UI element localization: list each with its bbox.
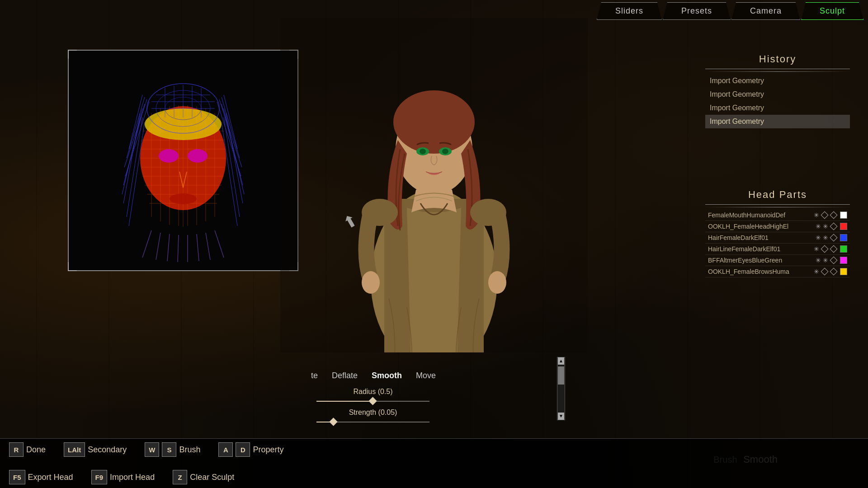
snowflake-icon-2a: ✳ xyxy=(816,234,821,241)
diamond-icon-1 xyxy=(830,223,838,230)
part-icons-0: ✳ xyxy=(814,211,847,219)
history-item-3[interactable]: Import Geometry xyxy=(705,115,850,128)
radius-slider-row: Radius (0.5) xyxy=(316,388,429,405)
color-swatch-1 xyxy=(840,223,847,230)
radius-track-container xyxy=(316,398,429,405)
svg-point-71 xyxy=(362,271,380,294)
right-scrollbar[interactable]: ▲ ▼ xyxy=(557,357,565,420)
head-mesh-svg xyxy=(106,59,260,262)
key-w: W xyxy=(145,442,159,457)
brush-deflate-label: Deflate xyxy=(332,371,358,380)
color-swatch-2 xyxy=(840,234,847,241)
head-part-name-5: OOKLH_FemaleBrowsHuma xyxy=(708,268,814,275)
color-swatch-5 xyxy=(840,268,847,275)
svg-point-67 xyxy=(420,149,426,154)
label-done: Done xyxy=(26,445,46,455)
head-parts-panel: Head Parts FemaleMouthHumanoidDef ✳ OOKL… xyxy=(705,185,850,277)
key-r: R xyxy=(9,442,24,457)
history-list: Import Geometry Import Geometry Import G… xyxy=(705,74,850,128)
snowflake-icon-1b: ✳ xyxy=(823,223,828,230)
key-s: S xyxy=(162,442,176,457)
snowflake-icon-4b: ✳ xyxy=(823,257,828,264)
brush-tool-inflate[interactable]: te xyxy=(307,370,321,382)
diamond-icon-0a xyxy=(821,211,829,219)
part-icons-3: ✳ xyxy=(814,245,847,253)
svg-point-47 xyxy=(188,149,208,163)
svg-line-6 xyxy=(123,113,140,203)
svg-line-9 xyxy=(224,95,237,149)
head-part-item-5[interactable]: OOKLH_FemaleBrowsHuma ✳ xyxy=(705,266,850,277)
head-part-item-3[interactable]: HairLineFemaleDarkElf01 ✳ xyxy=(705,244,850,255)
key-brush: W S Brush xyxy=(145,442,200,457)
diamond-icon-4 xyxy=(830,257,838,264)
part-icons-1: ✳ ✳ xyxy=(816,223,847,230)
key-clear-sculpt: Z Clear Sculpt xyxy=(173,470,234,484)
key-property: A D Property xyxy=(218,442,283,457)
bottom-bar: R Done LAlt Secondary W S Brush A D Prop… xyxy=(0,438,868,488)
brush-tool-move[interactable]: Move xyxy=(412,370,439,382)
head-parts-divider xyxy=(705,207,850,207)
svg-line-24 xyxy=(206,233,210,260)
snowflake-icon-1a: ✳ xyxy=(816,223,821,230)
part-icons-5: ✳ xyxy=(814,268,847,275)
svg-point-59 xyxy=(170,193,197,204)
head-part-item-4[interactable]: BFFAltmerEyesBlueGreen ✳ ✳ xyxy=(705,255,850,266)
strength-track-container xyxy=(316,418,429,426)
character-svg xyxy=(280,18,588,352)
history-item-1[interactable]: Import Geometry xyxy=(705,88,850,101)
color-swatch-0 xyxy=(840,211,847,219)
tab-sliders[interactable]: Sliders xyxy=(597,2,662,20)
svg-line-25 xyxy=(215,230,224,258)
label-export-head: Export Head xyxy=(28,473,73,482)
history-item-2[interactable]: Import Geometry xyxy=(705,101,850,115)
snowflake-icon-4a: ✳ xyxy=(816,257,821,264)
color-swatch-4 xyxy=(840,257,847,264)
key-lalt: LAlt xyxy=(64,442,85,457)
sliders-panel: Radius (0.5) Strength (0.05) xyxy=(316,384,429,429)
scroll-up-arrow[interactable]: ▲ xyxy=(558,357,564,365)
head-mesh-container xyxy=(69,51,297,270)
label-property: Property xyxy=(253,445,283,455)
svg-point-68 xyxy=(442,149,448,154)
history-item-0[interactable]: Import Geometry xyxy=(705,74,850,88)
tab-camera[interactable]: Camera xyxy=(731,2,800,20)
head-parts-list: FemaleMouthHumanoidDef ✳ OOKLH_FemaleHea… xyxy=(705,210,850,277)
brush-tool-smooth[interactable]: Smooth xyxy=(368,370,406,382)
key-done: R Done xyxy=(9,442,46,457)
bottom-row-1: R Done LAlt Secondary W S Brush A D Prop… xyxy=(9,442,293,457)
history-divider xyxy=(705,71,850,72)
svg-point-64 xyxy=(393,90,475,154)
top-nav: Sliders Presets Camera Sculpt xyxy=(592,0,868,20)
radius-label: Radius (0.5) xyxy=(316,388,429,396)
svg-line-19 xyxy=(156,233,160,260)
label-secondary: Secondary xyxy=(88,445,127,455)
label-clear-sculpt: Clear Sculpt xyxy=(190,473,234,482)
viewport-panel[interactable] xyxy=(68,50,298,271)
radius-thumb[interactable] xyxy=(368,397,377,405)
brush-tool-deflate[interactable]: Deflate xyxy=(328,370,361,382)
key-z: Z xyxy=(173,470,187,484)
scroll-down-arrow[interactable]: ▼ xyxy=(558,413,564,420)
svg-line-16 xyxy=(224,117,240,217)
head-part-item-2[interactable]: HairFemaleDarkElf01 ✳ ✳ xyxy=(705,232,850,244)
svg-line-20 xyxy=(167,234,170,261)
head-part-name-3: HairLineFemaleDarkElf01 xyxy=(708,245,814,253)
head-part-name-1: OOKLH_FemaleHeadHighEl xyxy=(708,223,816,230)
svg-line-0 xyxy=(129,95,142,149)
color-swatch-3 xyxy=(840,245,847,253)
head-part-name-4: BFFAltmerEyesBlueGreen xyxy=(708,257,816,264)
label-brush: Brush xyxy=(179,445,200,455)
head-part-name-2: HairFemaleDarkElf01 xyxy=(708,234,816,241)
svg-line-15 xyxy=(226,113,243,203)
tab-sculpt[interactable]: Sculpt xyxy=(801,2,863,20)
scroll-thumb[interactable] xyxy=(558,366,564,385)
tab-presets[interactable]: Presets xyxy=(663,2,731,20)
diamond-icon-5b xyxy=(830,268,838,276)
head-part-item-1[interactable]: OOKLH_FemaleHeadHighEl ✳ ✳ xyxy=(705,221,850,232)
strength-label: Strength (0.05) xyxy=(316,408,429,417)
head-part-item-0[interactable]: FemaleMouthHumanoidDef ✳ xyxy=(705,210,850,221)
diamond-icon-2 xyxy=(830,234,838,242)
svg-line-7 xyxy=(127,117,142,217)
strength-thumb[interactable] xyxy=(329,418,337,426)
brush-move-label: Move xyxy=(416,371,436,380)
